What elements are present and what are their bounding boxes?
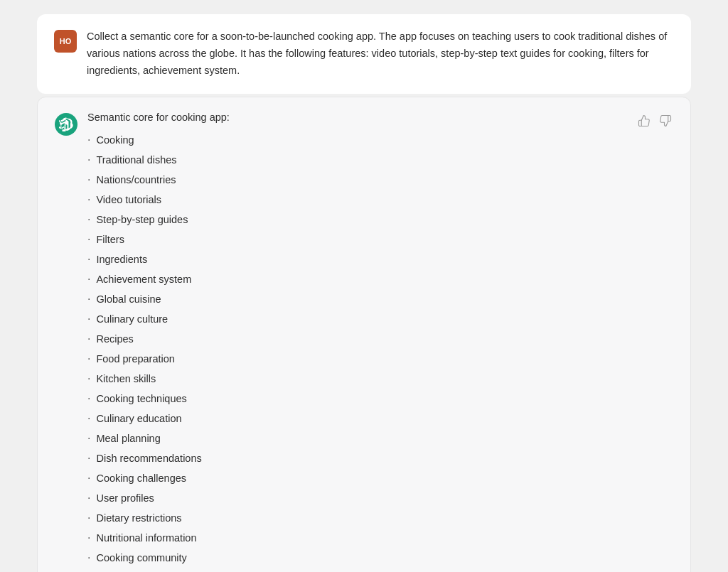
ai-avatar xyxy=(55,113,77,136)
response-wrapper: Semantic core for cooking app: CookingTr… xyxy=(55,112,673,572)
list-item: Meal planning xyxy=(87,428,615,448)
user-avatar: HO xyxy=(54,30,77,53)
list-item: Cooking xyxy=(87,130,615,150)
thumbs-up-button[interactable] xyxy=(636,113,652,129)
chat-container: HO Collect a semantic core for a soon-to… xyxy=(37,14,691,572)
response-title: Semantic core for cooking app: xyxy=(87,112,615,123)
ai-response-body: Semantic core for cooking app: CookingTr… xyxy=(87,112,615,572)
list-item: Social sharing xyxy=(87,568,615,572)
list-item: Dish recommendations xyxy=(87,448,615,468)
list-item: Filters xyxy=(87,230,615,249)
list-item: Traditional dishes xyxy=(87,150,615,170)
list-item: Recipes xyxy=(87,329,615,349)
list-item: Nations/countries xyxy=(87,170,615,190)
user-message-block: HO Collect a semantic core for a soon-to… xyxy=(37,14,691,94)
user-message-text: Collect a semantic core for a soon-to-be… xyxy=(87,28,674,80)
list-item: Step-by-step guides xyxy=(87,210,615,230)
list-item: Dietary restrictions xyxy=(87,508,615,528)
semantic-list: CookingTraditional dishesNations/countri… xyxy=(87,130,615,572)
list-item: Video tutorials xyxy=(87,190,615,210)
list-item: Culinary education xyxy=(87,409,615,428)
list-item: Cooking techniques xyxy=(87,389,615,409)
user-message-content: Collect a semantic core for a soon-to-be… xyxy=(87,28,674,80)
list-item: Global cuisine xyxy=(87,289,615,309)
list-item: Ingredients xyxy=(87,249,615,269)
list-item: Achievement system xyxy=(87,269,615,289)
list-item: Nutritional information xyxy=(87,528,615,548)
ai-message-block: Semantic core for cooking app: CookingTr… xyxy=(37,97,691,572)
list-item: Food preparation xyxy=(87,349,615,369)
list-item: User profiles xyxy=(87,488,615,508)
list-item: Culinary culture xyxy=(87,309,615,329)
thumbs-down-button[interactable] xyxy=(658,113,673,129)
list-item: Cooking challenges xyxy=(87,468,615,488)
list-item: Kitchen skills xyxy=(87,369,615,389)
feedback-buttons xyxy=(636,113,673,129)
list-item: Cooking community xyxy=(87,548,615,568)
